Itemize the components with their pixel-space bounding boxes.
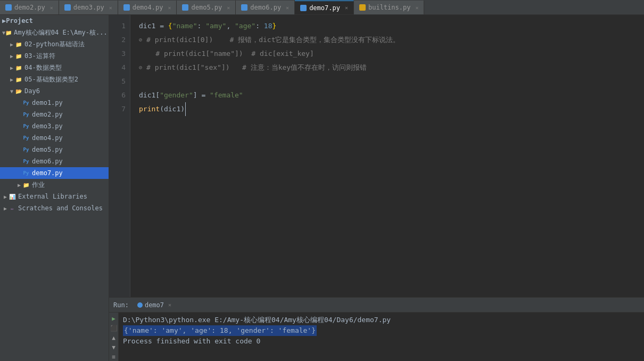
py-icon-demo2: Py [22, 111, 30, 118]
py-icon-demo7: Py [22, 169, 30, 177]
tab-demo7-close[interactable]: ✕ [345, 5, 348, 11]
sidebar-item-demo7[interactable]: Py demo7.py [0, 167, 109, 179]
sidebar-label-external-libs: External Libraries [18, 193, 87, 200]
py-icon-demo6: Py [22, 158, 30, 165]
run-tab-bar: Run: demo7 ✕ [109, 298, 644, 313]
tab-demo2[interactable]: demo2.py ✕ [0, 1, 59, 14]
sidebar-project-label: Project [6, 17, 33, 24]
sidebar-label-operators: 03-运算符 [24, 52, 55, 61]
tab-demo4-close[interactable]: ✕ [168, 5, 171, 11]
run-panel: Run: demo7 ✕ ▶ ⬛ ▲ ▼ ≡ D:\Python3\python… [109, 297, 644, 361]
main-area: ▶ Project ▼ 📁 Amy核心编程04 E:\Amy-核... ▶ 📁 … [0, 15, 644, 361]
run-command-line: D:\Python3\python.exe E:/Amy-核心编程04/Amy核… [123, 315, 640, 325]
code-line-7: print(dic1) [139, 102, 644, 116]
sidebar-item-homework[interactable]: ▶ 📁 作业 [0, 179, 109, 191]
code-line-2: ⊘# print(dic1[0]) # 报错，dict它是集合类型，集合类型没有… [139, 33, 644, 47]
sidebar-label-homework: 作业 [32, 180, 45, 190]
tab-demo5-close[interactable]: ✕ [227, 5, 230, 11]
folder-icon-datatypes: 📁 [15, 64, 22, 71]
tab-demo6-close[interactable]: ✕ [286, 5, 289, 11]
py-icon-demo3: Py [22, 122, 30, 130]
arrow-day6: ▼ [9, 88, 15, 94]
sidebar-item-operators[interactable]: ▶ 📁 03-运算符 [0, 50, 109, 62]
run-tab-label: demo7 [145, 301, 164, 309]
line-num-2: 2 [109, 33, 126, 47]
run-stop-button[interactable]: ⬛ [110, 324, 118, 332]
tab-builtins-close[interactable]: ✕ [415, 5, 418, 11]
sidebar-label-demo1: demo1.py [32, 99, 63, 106]
run-scroll-down-button[interactable]: ▼ [110, 344, 118, 351]
sidebar-label-demo5: demo5.py [32, 146, 63, 153]
sidebar-label-scratches: Scratches and Consoles [18, 204, 103, 212]
project-arrow: ▶ [2, 17, 6, 24]
py-icon-demo4: Py [22, 134, 30, 142]
line-num-7: 7 [109, 102, 126, 116]
run-output-line: {'name': 'amy', 'age': 18, 'gender': 'fe… [123, 325, 640, 336]
line-numbers: 1 2 3 4 5 6 7 [109, 15, 130, 297]
folder-icon-day6: 📂 [15, 87, 22, 95]
sidebar-label-demo4: demo4.py [32, 134, 63, 142]
run-scroll-up-button[interactable]: ▲ [110, 334, 118, 341]
py-file-icon [123, 4, 130, 11]
run-wrap-button[interactable]: ≡ [110, 354, 118, 361]
run-tab-close[interactable]: ✕ [168, 302, 171, 308]
sidebar-project-header[interactable]: ▶ Project [0, 15, 109, 27]
line-num-5: 5 [109, 75, 126, 88]
tab-demo3[interactable]: demo3.py ✕ [59, 1, 118, 14]
run-dot-icon [137, 302, 143, 308]
sidebar-item-demo6[interactable]: Py demo6.py [0, 155, 109, 167]
code-editor[interactable]: 1 2 3 4 5 6 7 dic1 = {"name": "amy", "ag… [109, 15, 644, 297]
py-file-icon-builtins [359, 4, 366, 11]
sidebar: ▶ Project ▼ 📁 Amy核心编程04 E:\Amy-核... ▶ 📁 … [0, 15, 109, 361]
tab-demo5[interactable]: demo5.py ✕ [177, 1, 236, 14]
code-content[interactable]: dic1 = {"name": "amy", "age": 18} ⊘# pri… [130, 15, 644, 297]
ext-libs-icon: 📊 [9, 193, 16, 200]
sidebar-item-demo5[interactable]: Py demo5.py [0, 144, 109, 155]
scratches-icon: ✏ [9, 204, 16, 212]
sidebar-label-python-basics: 02-python基础语法 [24, 40, 85, 49]
run-process-line: Process finished with exit code 0 [123, 336, 640, 347]
run-play-button[interactable]: ▶ [110, 315, 118, 322]
tab-demo3-close[interactable]: ✕ [109, 5, 112, 11]
line-num-4: 4 [109, 61, 126, 75]
sidebar-item-demo2[interactable]: Py demo2.py [0, 109, 109, 120]
arrow-homework: ▶ [16, 182, 22, 188]
sidebar-item-datatypes[interactable]: ▶ 📁 04-数据类型 [0, 62, 109, 73]
tab-demo4[interactable]: demo4.py ✕ [118, 1, 177, 14]
folder-icon-operators: 📁 [15, 52, 22, 60]
code-line-5 [139, 75, 644, 88]
run-tab-demo7[interactable]: demo7 ✕ [133, 298, 176, 312]
sidebar-item-demo1[interactable]: Py demo1.py [0, 97, 109, 109]
arrow-operators: ▶ [9, 53, 15, 59]
tab-demo6[interactable]: demo6.py ✕ [236, 1, 295, 14]
code-line-6: dic1["gender"] = "female" [139, 88, 644, 102]
run-label: Run: [113, 301, 129, 309]
sidebar-item-basic-types2[interactable]: ▶ 📁 05-基础数据类型2 [0, 73, 109, 85]
arrow-scratches: ▶ [2, 206, 9, 211]
sidebar-item-day6[interactable]: ▼ 📂 Day6 [0, 85, 109, 97]
sidebar-label-demo7: demo7.py [32, 169, 63, 177]
sidebar-label-basic-types2: 05-基础数据类型2 [24, 75, 78, 84]
py-file-icon [241, 4, 247, 11]
tab-demo7[interactable]: demo7.py ✕ [295, 1, 354, 14]
editor-area: 1 2 3 4 5 6 7 dic1 = {"name": "amy", "ag… [109, 15, 644, 361]
sidebar-item-demo4[interactable]: Py demo4.py [0, 132, 109, 144]
tab-builtins[interactable]: builtins.py ✕ [354, 1, 425, 14]
py-icon-demo1: Py [22, 99, 30, 106]
run-output-area[interactable]: D:\Python3\python.exe E:/Amy-核心编程04/Amy核… [119, 313, 644, 361]
sidebar-item-external-libs[interactable]: ▶ 📊 External Libraries [0, 191, 109, 202]
py-icon-demo5: Py [22, 146, 30, 153]
sidebar-label-datatypes: 04-数据类型 [24, 63, 62, 72]
tab-demo2-label: demo2.py [14, 4, 45, 11]
sidebar-item-demo3[interactable]: Py demo3.py [0, 120, 109, 132]
sidebar-item-python-basics[interactable]: ▶ 📁 02-python基础语法 [0, 38, 109, 50]
code-line-4: ⊘# print(dic1["sex"]) # 注意：当key值不存在时，访问则… [139, 61, 644, 75]
sidebar-label-demo2: demo2.py [32, 111, 63, 118]
tab-builtins-label: builtins.py [368, 4, 410, 11]
sidebar-root-label: Amy核心编程04 E:\Amy-核... [14, 28, 108, 37]
sidebar-item-scratches[interactable]: ▶ ✏ Scratches and Consoles [0, 202, 109, 214]
tab-demo2-close[interactable]: ✕ [50, 5, 53, 11]
sidebar-root[interactable]: ▼ 📁 Amy核心编程04 E:\Amy-核... [0, 27, 109, 38]
run-output-highlight: {'name': 'amy', 'age': 18, 'gender': 'fe… [123, 325, 317, 336]
sidebar-label-day6: Day6 [24, 87, 40, 95]
